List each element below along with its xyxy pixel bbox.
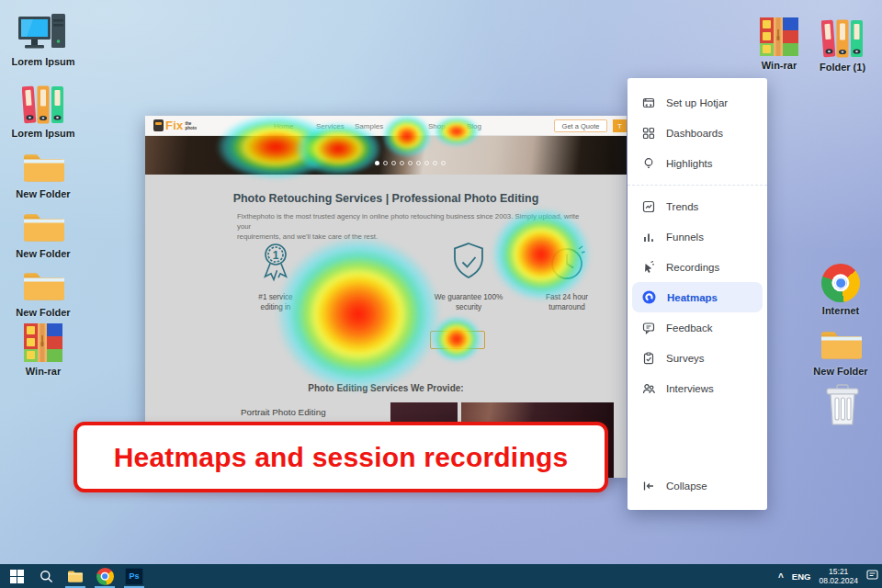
service-item-label[interactable]: Portrait Photo Editing xyxy=(241,407,326,417)
desktop-icon-label: Folder (1) xyxy=(820,62,865,73)
nav-item-services[interactable]: Services xyxy=(316,122,345,130)
menu-item-label: Surveys xyxy=(666,353,705,364)
desktop-icon-folder-2[interactable]: New Folder xyxy=(11,203,75,259)
carousel-dot[interactable] xyxy=(375,161,379,165)
system-tray: ^ ENG 15:21 08.02.2024 xyxy=(778,564,878,588)
site-logo[interactable]: Fix thephoto xyxy=(153,119,197,132)
carousel-dot[interactable] xyxy=(441,161,446,165)
menu-divider xyxy=(628,178,767,191)
desktop-icon-folder-right[interactable]: New Folder xyxy=(808,321,873,377)
nav-item-blog[interactable]: Blog xyxy=(467,122,481,130)
hero-outline-button[interactable] xyxy=(430,331,485,349)
desktop-icon-binders-left[interactable]: Lorem Ipsum xyxy=(11,83,75,139)
folder-icon xyxy=(22,262,64,304)
taskbar-start-button[interactable] xyxy=(4,564,29,588)
taskbar-explorer-button[interactable] xyxy=(62,564,88,588)
desktop-icon-label: Internet xyxy=(822,305,859,316)
carousel-dot[interactable] xyxy=(383,161,388,165)
clock-icon xyxy=(546,241,588,287)
binders-icon xyxy=(821,18,864,59)
desktop-icon-label: Lorem Ipsum xyxy=(11,56,74,67)
chrome-icon xyxy=(821,264,860,302)
site-header: Fix thephoto HomeServicesSamplesShopBlog… xyxy=(145,116,627,136)
shield-icon xyxy=(448,241,489,287)
recordings-icon xyxy=(642,261,655,274)
menu-item-set-up-hotjar[interactable]: Set up Hotjar xyxy=(628,87,767,118)
menu-item-dashboards[interactable]: Dashboards xyxy=(628,118,767,148)
language-indicator[interactable]: ENG xyxy=(792,571,811,582)
menu-item-recordings[interactable]: Recordings xyxy=(628,252,767,282)
carousel-dot[interactable] xyxy=(424,161,429,165)
menu-item-label: Recordings xyxy=(666,262,719,273)
menu-item-collapse[interactable]: Collapse xyxy=(628,470,767,501)
carousel-dot[interactable] xyxy=(408,161,413,165)
dashboards-icon xyxy=(642,127,655,140)
chrome-icon xyxy=(821,260,860,302)
intro-line-1: Fixthephoto is the most trusted agency i… xyxy=(237,212,579,231)
taskbar-chrome-button[interactable] xyxy=(92,564,118,588)
computer-icon xyxy=(17,13,70,53)
surveys-icon xyxy=(642,352,655,365)
feature-medal: 1 #1 serviceediting in xyxy=(225,241,326,312)
menu-item-trends[interactable]: Trends xyxy=(628,191,767,221)
file-explorer-icon xyxy=(67,570,84,583)
menu-items: Set up HotjarDashboardsHighlightsTrendsF… xyxy=(628,87,767,403)
menu-item-highlights[interactable]: Highlights xyxy=(628,148,767,178)
desktop-icon-folder-archive[interactable]: Folder (1) xyxy=(810,17,875,73)
clock-time: 15:21 xyxy=(829,567,848,576)
winrar-icon xyxy=(23,322,63,363)
carousel-dot[interactable] xyxy=(416,161,421,165)
intro-paragraph: Fixthephoto is the most trusted agency i… xyxy=(237,211,592,242)
feedback-icon xyxy=(642,322,655,334)
menu-item-label: Feedback xyxy=(666,322,713,334)
hotjar-menu-panel: Set up HotjarDashboardsHighlightsTrendsF… xyxy=(628,78,767,510)
feature-text: Fast 24 hourturnaround xyxy=(546,292,588,312)
desktop-icon-computer[interactable]: Lorem Ipsum xyxy=(11,11,75,67)
desktop-icon-trash[interactable] xyxy=(810,384,875,426)
menu-item-label: Funnels xyxy=(666,232,704,243)
binders-icon xyxy=(22,85,64,125)
taskbar-clock[interactable]: 15:21 08.02.2024 xyxy=(819,567,858,585)
menu-item-heatmaps[interactable]: Heatmaps xyxy=(632,282,763,312)
winrar-icon xyxy=(759,15,799,57)
carousel-dot[interactable] xyxy=(433,161,437,165)
folder-icon xyxy=(22,269,64,304)
menu-item-interviews[interactable]: Interviews xyxy=(628,373,767,403)
feature-shield: We guarantee 100%security xyxy=(418,241,519,312)
cta-button[interactable]: T xyxy=(613,119,627,132)
desktop-icon-winrar-top[interactable]: Win-rar xyxy=(747,15,811,71)
feature-clock: Fast 24 hourturnaround xyxy=(516,241,617,312)
desktop-icon-label: New Folder xyxy=(813,366,867,377)
menu-item-label: Dashboards xyxy=(666,128,723,139)
desktop-icon-winrar-left[interactable]: Win-rar xyxy=(11,321,75,377)
windows-start-icon xyxy=(10,570,24,583)
get-a-quote-button[interactable]: Get a Quote xyxy=(554,119,607,132)
desktop-icon-folder-3[interactable]: New Folder xyxy=(11,262,75,318)
taskbar-search-button[interactable] xyxy=(33,564,59,588)
nav-item-samples[interactable]: Samples xyxy=(355,122,383,130)
taskbar-photoshop-button[interactable]: Ps xyxy=(121,564,147,588)
carousel-dot[interactable] xyxy=(400,161,404,165)
logo-icon xyxy=(153,119,164,131)
menu-item-surveys[interactable]: Surveys xyxy=(628,343,767,373)
nav-item-home[interactable]: Home xyxy=(274,122,293,130)
trash-icon xyxy=(823,384,862,426)
trends-icon xyxy=(642,200,655,213)
carousel-dot[interactable] xyxy=(391,161,396,165)
menu-item-label: Interviews xyxy=(666,383,714,394)
desktop-icon-label: New Folder xyxy=(16,248,70,259)
menu-item-label: Highlights xyxy=(666,158,713,169)
menu-collapse-container: Collapse xyxy=(628,470,767,501)
binders-icon xyxy=(22,83,64,125)
desktop-icon-folder-1[interactable]: New Folder xyxy=(11,143,75,199)
tray-chevron-icon[interactable]: ^ xyxy=(778,572,784,582)
desktop-icon-label: Lorem Ipsum xyxy=(11,128,74,139)
action-center-icon[interactable] xyxy=(866,568,878,584)
desktop-icon-internet[interactable]: Internet xyxy=(808,260,873,316)
menu-item-feedback[interactable]: Feedback xyxy=(628,312,767,343)
logo-word: Fix xyxy=(165,119,183,132)
binders-icon xyxy=(821,17,864,59)
feature-text: #1 serviceediting in xyxy=(258,292,292,312)
menu-item-funnels[interactable]: Funnels xyxy=(628,221,767,252)
nav-item-shop[interactable]: Shop xyxy=(428,122,446,130)
